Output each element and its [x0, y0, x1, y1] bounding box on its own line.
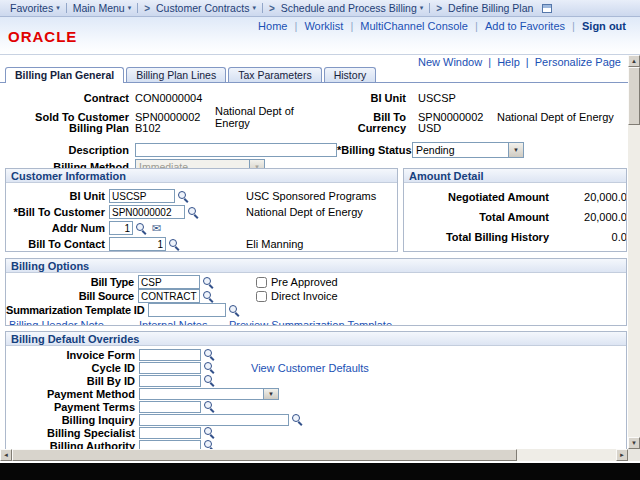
cycle-id-label: Cycle ID: [6, 362, 139, 374]
tab-billing-plan-lines[interactable]: Billing Plan Lines: [126, 67, 226, 82]
summarization-template-lookup-icon[interactable]: [228, 304, 241, 317]
addr-num-lookup-icon[interactable]: [135, 222, 148, 235]
currency-value: USD: [418, 122, 497, 134]
bill-by-id-input[interactable]: [139, 375, 201, 387]
breadcrumb-item-customer-contracts[interactable]: Customer Contracts ▾: [152, 2, 260, 14]
tab-history[interactable]: History: [324, 67, 377, 82]
horizontal-scroll-track[interactable]: [12, 449, 616, 461]
link-separator: |: [350, 20, 353, 32]
horizontal-scrollbar[interactable]: ◄ ►: [0, 449, 628, 461]
bill-to-customer-input[interactable]: [109, 205, 185, 219]
direct-invoice-checkbox[interactable]: [256, 291, 267, 302]
payment-terms-input[interactable]: [139, 401, 201, 413]
sign-out-link[interactable]: Sign out: [582, 20, 626, 32]
home-link[interactable]: Home: [258, 20, 287, 32]
bill-to-customer-lookup-icon[interactable]: [187, 206, 200, 219]
invoice-form-input[interactable]: [139, 349, 201, 361]
total-amount-label: Total Amount: [404, 211, 557, 223]
breadcrumb-separator-icon: >: [144, 3, 150, 14]
breadcrumb-item-define-billing-plan[interactable]: Define Billing Plan: [444, 2, 537, 14]
bill-source-lookup-icon[interactable]: [202, 290, 215, 303]
tab-billing-plan-general[interactable]: Billing Plan General: [5, 67, 124, 83]
contract-label: Contract: [0, 92, 135, 104]
bill-source-input[interactable]: [138, 289, 200, 303]
bi-unit-input[interactable]: [109, 189, 175, 203]
billing-authority-input[interactable]: [139, 440, 201, 450]
cycle-id-lookup-icon[interactable]: [203, 361, 216, 374]
link-separator: |: [572, 20, 575, 32]
bill-source-row: Bill Source Direct Invoice: [6, 289, 626, 303]
bill-to-customer-desc: National Dept of Energy: [246, 206, 363, 218]
bill-by-id-lookup-icon[interactable]: [203, 374, 216, 387]
addr-num-input[interactable]: [109, 221, 133, 235]
pre-approved-checkbox[interactable]: [256, 277, 267, 288]
cycle-id-row: Cycle ID View Customer Defaults: [6, 361, 626, 374]
billing-inquiry-row: Billing Inquiry: [6, 413, 626, 426]
preview-summarization-template-link[interactable]: Preview Summarization Template: [229, 319, 392, 326]
billing-specialist-lookup-icon[interactable]: [203, 426, 216, 439]
breadcrumb-item-schedule-process-billing[interactable]: Schedule and Process Billing ▾: [277, 2, 428, 14]
bill-to-contact-input[interactable]: [109, 237, 166, 251]
cycle-id-input[interactable]: [139, 362, 201, 374]
bill-to-contact-desc: Eli Manning: [246, 238, 303, 250]
invoice-form-label: Invoice Form: [6, 349, 139, 361]
add-to-favorites-link[interactable]: Add to Favorites: [485, 20, 565, 32]
invoice-form-lookup-icon[interactable]: [203, 348, 216, 361]
page-content: Contract CON0000004 BI Unit USCSP Sold T…: [0, 84, 628, 449]
billing-inquiry-input[interactable]: [139, 414, 289, 426]
bi-unit-lookup-icon[interactable]: [177, 190, 190, 203]
total-amount-value: 20,000.00: [557, 211, 627, 223]
view-customer-defaults-link[interactable]: View Customer Defaults: [251, 362, 369, 374]
summary-row: Contract CON0000004 BI Unit USCSP: [0, 90, 628, 105]
summarization-template-input[interactable]: [148, 303, 226, 317]
group-title: Billing Default Overrides: [6, 332, 626, 346]
bill-by-id-row: Bill By ID: [6, 374, 626, 387]
tab-tax-parameters[interactable]: Tax Parameters: [228, 67, 322, 82]
bill-to-customer-row: *Bill To Customer National Dept of Energ…: [6, 204, 397, 220]
envelope-icon[interactable]: ✉: [152, 222, 161, 235]
chevron-down-icon: ▾: [128, 4, 132, 12]
bill-type-lookup-icon[interactable]: [202, 276, 215, 289]
scroll-up-icon[interactable]: ▲: [628, 55, 640, 67]
customer-information-group: Customer Information BI Unit USC Sponsor…: [5, 168, 398, 252]
bill-to-contact-lookup-icon[interactable]: [168, 238, 181, 251]
payment-method-label: Payment Method: [6, 388, 139, 400]
payment-method-row: Payment Method ▼: [6, 387, 626, 400]
vertical-scroll-thumb[interactable]: [628, 67, 640, 125]
breadcrumb-item-favorites[interactable]: Favorites ▾: [6, 2, 64, 14]
breadcrumb-separator-icon: >: [269, 3, 275, 14]
breadcrumb-divider: [429, 3, 430, 13]
billing-authority-row: Billing Authority: [6, 439, 626, 449]
negotiated-amount-row: Negotiated Amount 20,000.00: [404, 187, 626, 207]
scroll-down-icon[interactable]: ▼: [628, 437, 640, 449]
breadcrumb-label: Customer Contracts: [156, 2, 249, 14]
summarization-template-label: Summarization Template ID: [6, 304, 148, 316]
worklist-link[interactable]: Worklist: [304, 20, 343, 32]
scroll-left-icon[interactable]: ◄: [0, 449, 12, 461]
notify-window-icon[interactable]: [542, 4, 552, 13]
billing-authority-lookup-icon[interactable]: [203, 439, 216, 449]
addr-num-label: Addr Num: [6, 222, 109, 234]
scrollbar-corner: [628, 449, 640, 461]
billing-status-select[interactable]: Pending ▼: [412, 142, 524, 158]
bill-source-label: Bill Source: [6, 290, 138, 302]
description-row: Description *Billing Status Pending ▼: [0, 141, 628, 158]
breadcrumb-item-main-menu[interactable]: Main Menu ▾: [69, 2, 135, 14]
horizontal-scroll-thumb[interactable]: [12, 449, 517, 461]
vertical-scroll-track[interactable]: [628, 67, 640, 437]
billing-header-note-link[interactable]: Billing Header Note: [9, 319, 104, 326]
internal-notes-link[interactable]: Internal Notes: [139, 319, 207, 326]
summary-row: Sold To Customer SPN0000002 National Dep…: [0, 105, 628, 120]
vertical-scrollbar[interactable]: ▲ ▼: [628, 55, 640, 449]
multichannel-console-link[interactable]: MultiChannel Console: [360, 20, 468, 32]
billing-specialist-input[interactable]: [139, 427, 201, 439]
description-input[interactable]: [135, 143, 337, 157]
payment-method-select[interactable]: ▼: [139, 388, 279, 400]
scroll-right-icon[interactable]: ►: [616, 449, 628, 461]
payment-terms-lookup-icon[interactable]: [203, 400, 216, 413]
billing-inquiry-lookup-icon[interactable]: [291, 413, 304, 426]
dropdown-arrow-icon[interactable]: ▼: [263, 389, 278, 399]
breadcrumb-label: Favorites: [10, 2, 53, 14]
bill-type-input[interactable]: [138, 275, 200, 289]
dropdown-arrow-icon[interactable]: ▼: [508, 143, 523, 157]
